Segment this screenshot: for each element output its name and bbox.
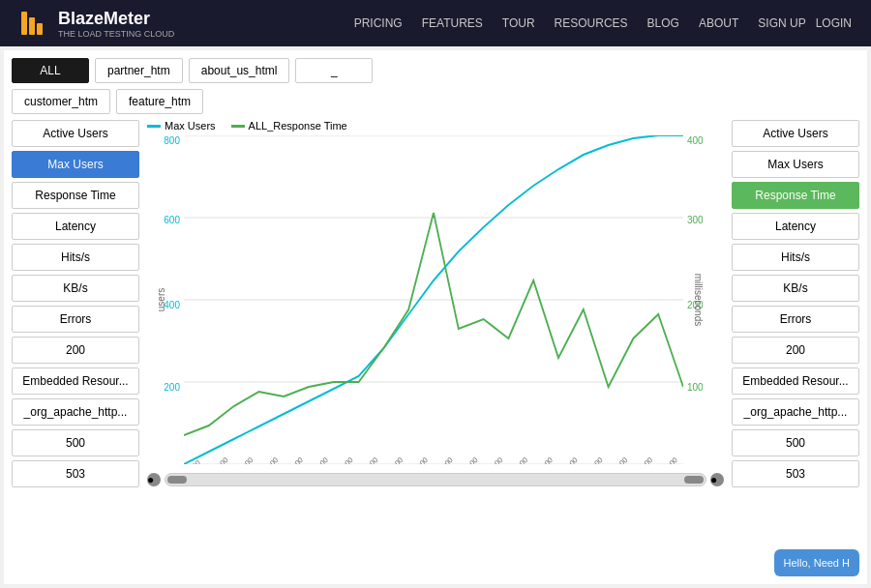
chart-svg: d:17:00 16:18:00 16:19:00 16:20:00 16:21… bbox=[184, 135, 683, 464]
header: BlazeMeter THE LOAD TESTING CLOUD PRICIN… bbox=[0, 0, 871, 46]
logo-sub: THE LOAD TESTING CLOUD bbox=[58, 29, 174, 39]
logo-icon bbox=[19, 8, 50, 39]
x-tick-11: 16:28:00 bbox=[454, 456, 479, 464]
y-tick-400: 400 bbox=[164, 300, 180, 310]
x-tick-18: 16:35:00 bbox=[629, 456, 654, 464]
nav-tour[interactable]: TOUR bbox=[502, 16, 535, 30]
x-tick-7: 16:24:00 bbox=[354, 456, 379, 464]
y-tick-200: 200 bbox=[164, 382, 180, 393]
x-tick-6: 16:23:00 bbox=[329, 456, 354, 464]
y-tick-600: 600 bbox=[164, 215, 180, 225]
right-btn-kbs[interactable]: KB/s bbox=[732, 275, 859, 302]
y-axis-left: 800 600 400 200 users bbox=[147, 135, 184, 464]
nav-blog[interactable]: BLOG bbox=[647, 16, 679, 30]
tab-feature-htm[interactable]: feature_htm bbox=[116, 89, 203, 114]
chart-legend: Max Users ALL_Response Time bbox=[147, 120, 724, 132]
auth-nav: SIGN UP LOGIN bbox=[758, 16, 852, 30]
scrollbar-thumb-left bbox=[167, 476, 187, 484]
logo-text: BlazeMeter bbox=[58, 9, 150, 28]
login-link[interactable]: LOGIN bbox=[816, 16, 852, 30]
main-nav: PRICING FEATURES TOUR RESOURCES BLOG ABO… bbox=[354, 16, 739, 30]
right-btn-errors[interactable]: Errors bbox=[732, 306, 859, 333]
right-btn-500[interactable]: 500 bbox=[732, 429, 859, 456]
scrollbar-right-handle[interactable]: ● bbox=[710, 473, 724, 486]
x-tick-13: 16:30:00 bbox=[504, 456, 529, 464]
content-area: Active Users Max Users Response Time Lat… bbox=[12, 120, 859, 491]
left-btn-embedded[interactable]: Embedded Resour... bbox=[12, 368, 139, 395]
tab-customer-htm[interactable]: customer_htm bbox=[12, 89, 110, 114]
svg-rect-0 bbox=[21, 12, 27, 35]
scrollbar-thumb-right bbox=[684, 476, 704, 484]
x-tick-8: 16:25:00 bbox=[379, 456, 405, 464]
x-tick-10: 16:27:00 bbox=[429, 456, 454, 464]
logo: BlazeMeter THE LOAD TESTING CLOUD bbox=[19, 8, 174, 39]
left-btn-kbs[interactable]: KB/s bbox=[12, 275, 139, 302]
x-tick-15: 16:32:00 bbox=[554, 456, 579, 464]
scrollbar-row: ● ● bbox=[147, 473, 724, 486]
nav-pricing[interactable]: PRICING bbox=[354, 16, 403, 30]
nav-features[interactable]: FEATURES bbox=[422, 16, 483, 30]
y-tick-800: 800 bbox=[164, 135, 180, 146]
x-tick-14: 16:31:00 bbox=[528, 456, 554, 464]
nav-about[interactable]: ABOUT bbox=[699, 16, 738, 30]
tabs-row-1: ALL partner_htm about_us_html _ bbox=[12, 58, 859, 83]
x-tick-19: 16:36:00 bbox=[653, 456, 678, 464]
right-btn-503[interactable]: 503 bbox=[732, 460, 859, 487]
legend-max-users: Max Users bbox=[147, 120, 216, 132]
right-btn-hits[interactable]: Hits/s bbox=[732, 244, 859, 271]
left-btn-latency[interactable]: Latency bbox=[12, 213, 139, 240]
x-tick-4: 16:21:00 bbox=[279, 456, 304, 464]
response-time-line bbox=[184, 213, 683, 435]
legend-color-response-time bbox=[231, 125, 245, 128]
right-btn-max-users[interactable]: Max Users bbox=[732, 151, 859, 178]
left-btn-500[interactable]: 500 bbox=[12, 429, 139, 456]
y-axis-right-label: milliseconds bbox=[692, 274, 703, 326]
tab-about-us-html[interactable]: about_us_html bbox=[189, 58, 290, 83]
y-right-tick-400: 400 bbox=[687, 135, 704, 146]
x-tick-1: 16:18:00 bbox=[204, 456, 229, 464]
right-sidebar: Active Users Max Users Response Time Lat… bbox=[724, 120, 859, 491]
right-btn-active-users[interactable]: Active Users bbox=[732, 120, 859, 147]
x-tick-16: 16:33:00 bbox=[579, 456, 604, 464]
y-axis-left-label: users bbox=[156, 288, 166, 311]
left-btn-response-time[interactable]: Response Time bbox=[12, 182, 139, 209]
left-btn-active-users[interactable]: Active Users bbox=[12, 120, 139, 147]
tabs-row-2: customer_htm feature_htm bbox=[12, 89, 859, 114]
signup-link[interactable]: SIGN UP bbox=[758, 16, 805, 30]
main-content: ALL partner_htm about_us_html _ customer… bbox=[4, 50, 867, 584]
chart-with-axes: 800 600 400 200 users bbox=[147, 135, 724, 467]
legend-color-max-users bbox=[147, 125, 161, 128]
scrollbar-left-handle[interactable]: ● bbox=[147, 473, 161, 486]
left-btn-hits[interactable]: Hits/s bbox=[12, 244, 139, 271]
left-btn-errors[interactable]: Errors bbox=[12, 306, 139, 333]
x-tick-2: 16:19:00 bbox=[229, 456, 255, 464]
tab-partner-htm[interactable]: partner_htm bbox=[95, 58, 183, 83]
left-btn-apache[interactable]: _org_apache_http... bbox=[12, 398, 139, 426]
x-tick-5: 16:22:00 bbox=[304, 456, 329, 464]
chart-svg-container: d:17:00 16:18:00 16:19:00 16:20:00 16:21… bbox=[184, 135, 683, 467]
left-btn-200[interactable]: 200 bbox=[12, 337, 139, 364]
right-btn-apache[interactable]: _org_apache_http... bbox=[732, 398, 859, 426]
nav-resources[interactable]: RESOURCES bbox=[555, 16, 628, 30]
tab-all[interactable]: ALL bbox=[12, 58, 89, 83]
right-btn-embedded[interactable]: Embedded Resour... bbox=[732, 368, 859, 395]
right-btn-latency[interactable]: Latency bbox=[732, 213, 859, 240]
y-right-tick-300: 300 bbox=[687, 215, 704, 225]
scrollbar-track[interactable] bbox=[165, 473, 706, 486]
svg-rect-1 bbox=[29, 17, 35, 35]
chat-bubble[interactable]: Hello, Need H bbox=[774, 549, 859, 576]
y-axis-right: 400 300 200 100 milliseconds bbox=[683, 135, 724, 464]
x-tick-9: 16:26:00 bbox=[404, 456, 429, 464]
left-btn-max-users[interactable]: Max Users bbox=[12, 151, 139, 178]
x-tick-3: 16:20:00 bbox=[255, 456, 280, 464]
chart-area: Max Users ALL_Response Time 800 600 400 … bbox=[147, 120, 724, 491]
right-btn-response-time[interactable]: Response Time bbox=[732, 182, 859, 209]
tab-underscore[interactable]: _ bbox=[295, 58, 373, 83]
legend-label-response-time: ALL_Response Time bbox=[249, 120, 347, 132]
left-btn-503[interactable]: 503 bbox=[12, 460, 139, 487]
right-btn-200[interactable]: 200 bbox=[732, 337, 859, 364]
left-sidebar: Active Users Max Users Response Time Lat… bbox=[12, 120, 147, 491]
x-tick-12: 16:29:00 bbox=[479, 456, 504, 464]
y-right-tick-100: 100 bbox=[687, 382, 704, 393]
x-tick-17: 16:34:00 bbox=[604, 456, 629, 464]
